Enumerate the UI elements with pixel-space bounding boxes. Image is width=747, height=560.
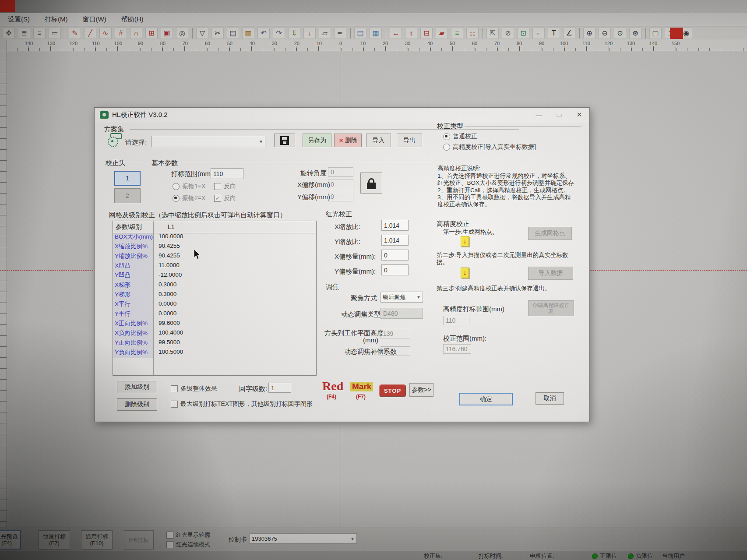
zoom-fit-icon[interactable]: ⊛ [629,28,641,39]
text-tool-icon[interactable]: T [548,28,560,39]
param-value-cell[interactable]: 90.4255 [153,252,180,262]
x-scale-input[interactable]: 1.014 [381,220,409,231]
param-label[interactable]: X凹凸 [113,262,153,271]
param-value-cell[interactable]: 100.4000 [153,329,183,339]
invert1-checkbox[interactable]: 反向 [214,183,236,190]
ok-button[interactable]: 确定 [459,393,513,405]
param-label[interactable]: Y缩放比例% [113,252,153,262]
align-right-icon[interactable]: ≔ [49,28,61,39]
menu-item[interactable]: 帮助(H) [121,15,144,24]
y-off-input[interactable]: 0 [381,264,409,275]
menu-item[interactable]: 窗口(W) [83,15,106,24]
measure-icon[interactable]: ⊡ [517,28,529,39]
draw-curve-icon[interactable]: ∿ [99,28,112,39]
zoom-1to1-icon[interactable]: ⊙ [614,28,626,39]
scheme-select-combo[interactable]: ▼ [152,136,265,147]
y-scale-input[interactable]: 1.014 [381,235,409,246]
save-button[interactable] [274,134,295,147]
param-label[interactable]: X平行 [113,300,153,310]
param-label[interactable]: X正向比例% [113,320,153,329]
create-hp-table-button[interactable]: 创建高精度校正表 [528,300,574,316]
corner-ruler-icon[interactable]: ⌐ [532,28,545,39]
import-button[interactable]: 导入 [366,134,391,147]
redo-icon[interactable]: ↷ [273,28,285,39]
galvo2-radio[interactable]: 振镜2=X [173,194,205,202]
stop-button[interactable]: STOP [379,384,406,397]
import-file-icon[interactable]: ⇓ [288,28,300,39]
taskbar-checkbox-1[interactable]: 红光显示轮廓 [166,531,210,539]
dim-vertical-icon[interactable]: ↕ [405,28,417,39]
draw-point-icon[interactable]: ✎ [69,28,81,39]
param-value-cell[interactable]: 0.0000 [153,310,176,320]
move-icon[interactable]: ⇱ [486,28,499,39]
menu-item[interactable]: 设置(S) [8,15,30,24]
param-label[interactable]: BOX大小(mm) [113,233,153,243]
layers-icon[interactable]: ≡ [451,28,463,39]
delete-button[interactable]: ✕ 删除 [334,134,362,147]
select-pointer-icon[interactable]: ✥ [3,28,15,39]
delete-level-button[interactable]: 删除级别 [117,398,157,411]
param-value-cell[interactable]: 0.3000 [153,281,176,291]
param-label[interactable]: X负向比例% [113,329,153,339]
multi-level-checkbox[interactable]: 多级整体效果 [171,385,217,393]
taskbar-button-1[interactable]: 红光预览(F4) [0,530,21,549]
import-data-button[interactable]: 导入数据 [528,267,573,280]
tile-window-icon[interactable]: ▤ [354,28,366,39]
param-value-cell[interactable]: 99.5000 [153,339,180,349]
max-level-checkbox[interactable]: 最大级别打标TEXT图形，其他级别打标回字图形 [171,400,313,408]
loop-count-input[interactable]: 1 [268,383,291,393]
draw-arc-icon[interactable]: ∩ [130,28,142,39]
hp-calib-radio[interactable]: 高精度校正[导入真实坐标数据] [443,143,536,151]
lock-button[interactable] [360,173,382,194]
node-edit-icon[interactable]: ⊟ [420,28,433,39]
menu-item[interactable]: 打标(M) [45,15,68,24]
mark-button[interactable]: Mark [350,382,373,391]
red-preview-button[interactable]: Red [322,379,343,393]
copy-icon[interactable]: ▤ [227,28,239,39]
undo-icon[interactable]: ↶ [257,28,270,39]
param-label[interactable]: X缩放比例% [113,243,153,252]
param-value-cell[interactable]: -12.0000 [153,271,182,281]
cancel-button[interactable]: 取消 [536,392,564,405]
invert2-checkbox[interactable]: ✓ 反向 [214,194,236,202]
zoom-out-icon[interactable]: ⊖ [599,28,611,39]
shape-copy-icon[interactable]: ▣ [161,28,173,39]
taskbar-button-4[interactable]: 8卡打标 [124,530,154,549]
head-2-button[interactable]: 2 [114,188,141,203]
no-entry-icon[interactable]: ⊘ [502,28,514,39]
align-left-icon[interactable]: ≣ [18,28,30,39]
draw-line-icon[interactable]: ╱ [84,28,96,39]
close-button[interactable]: ✕ [569,108,589,122]
signature-icon[interactable]: ✒ [334,28,346,39]
eraser-icon[interactable]: ▱ [319,28,331,39]
param-value-cell[interactable]: 0.0000 [153,300,176,310]
x-off-input[interactable]: 0 [381,250,409,261]
head-1-button[interactable]: 1 [114,171,141,186]
param-label[interactable]: Y正向比例% [113,339,153,349]
param-value-cell[interactable]: 100.0000 [153,233,183,243]
export-button[interactable]: 导出 [397,134,422,147]
barcode-icon[interactable]: # [115,28,127,39]
filter-funnel-icon[interactable]: ▽ [196,28,208,39]
param-value-cell[interactable]: 90.4255 [153,243,180,252]
add-level-button[interactable]: 添加级别 [117,381,157,393]
download-icon[interactable]: ↓ [303,28,316,39]
param-value-cell[interactable]: 100.5000 [153,349,183,358]
list-icon[interactable]: ⚏ [466,28,479,39]
focus-mode-combo[interactable]: 镜后聚焦 ▼ [381,292,423,303]
param-value-cell[interactable]: 11.0000 [153,262,180,271]
paste-icon[interactable]: ▥ [242,28,254,39]
param-label[interactable]: X梯形 [113,281,153,291]
dim-horizontal-icon[interactable]: ↔ [390,28,402,39]
minimize-button[interactable]: — [529,108,549,122]
taskbar-button-2[interactable]: 快速打标(F7) [39,530,70,549]
generate-grid-button[interactable]: 生成网格点 [528,227,572,240]
param-label[interactable]: Y负向比例% [113,349,153,358]
dialog-title-bar[interactable]: HL校正软件 V3.0.2 — ▭ ✕ [95,108,589,122]
control-card-combo[interactable]: 19303675 ▼ [250,533,357,544]
grid-icon[interactable]: ⊞ [145,28,158,39]
angle-tool-icon[interactable]: ∠ [563,28,575,39]
galvo1-radio[interactable]: 振镜1=X [173,183,205,190]
cut-scissors-icon[interactable]: ✂ [211,28,224,39]
taskbar-checkbox-2[interactable]: 红光连续模式 [166,541,210,549]
